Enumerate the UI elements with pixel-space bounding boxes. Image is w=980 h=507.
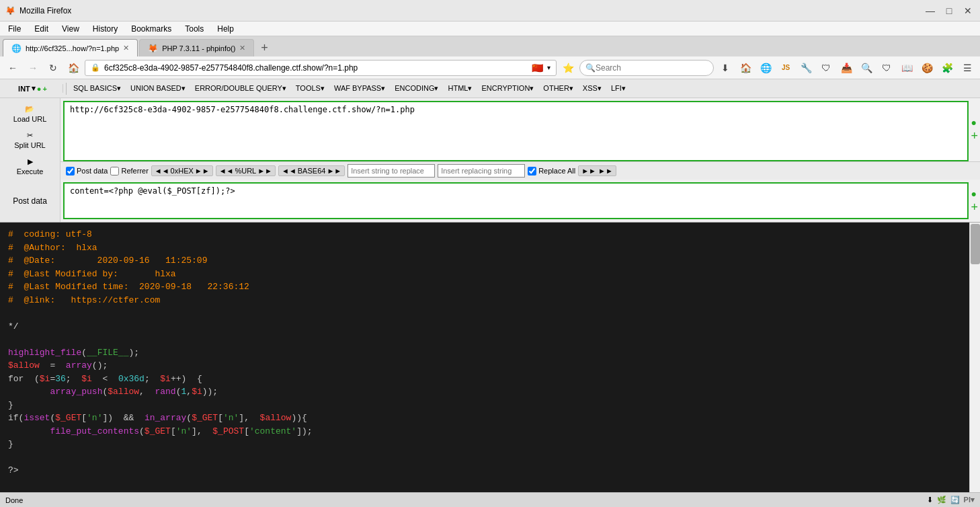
split-url-button[interactable]: ✂ Split URL bbox=[11, 127, 48, 153]
post-data-option-label: Post data bbox=[77, 167, 108, 175]
refresh-button[interactable]: ↻ bbox=[44, 59, 62, 77]
hackbar-mode-dropdown[interactable]: INT ▾ ● + bbox=[3, 84, 63, 93]
tab-bar: 🌐 http://6cf325...how/?n=1.php ✕ 🦊 PHP 7… bbox=[0, 36, 980, 56]
post-data-checkbox[interactable] bbox=[66, 167, 75, 176]
bookmark-button[interactable]: ⭐ bbox=[559, 59, 577, 77]
download-button[interactable]: ⬇ bbox=[717, 59, 734, 77]
nav-icon-6[interactable]: 🛡 bbox=[878, 59, 895, 77]
search-input[interactable] bbox=[596, 63, 708, 73]
menu-bookmarks[interactable]: Bookmarks bbox=[126, 23, 177, 35]
menu-help[interactable]: Help bbox=[212, 23, 239, 35]
url-textarea[interactable] bbox=[63, 101, 969, 161]
close-button[interactable]: ✕ bbox=[961, 4, 975, 17]
nav-icon-1[interactable]: 🏠 bbox=[737, 59, 754, 77]
search-icon: 🔍 bbox=[585, 63, 596, 73]
extensions-button[interactable]: 🧩 bbox=[938, 59, 956, 77]
post-green-dot[interactable]: ● bbox=[971, 189, 978, 198]
url-green-dot[interactable]: ● bbox=[971, 118, 978, 127]
menu-edit[interactable]: Edit bbox=[29, 23, 54, 35]
menu-history[interactable]: History bbox=[87, 23, 123, 35]
minimize-button[interactable]: — bbox=[924, 4, 937, 17]
tb-other[interactable]: OTHER▾ bbox=[539, 83, 577, 94]
hex-right-arrow: ►► bbox=[195, 167, 210, 175]
post-data-textarea[interactable] bbox=[63, 182, 969, 219]
dropdown-arrow[interactable]: ▾ bbox=[547, 64, 550, 71]
replace-right-arrows: ►► ►► bbox=[581, 167, 613, 175]
hackbar-post-left: Post data bbox=[0, 180, 60, 222]
maximize-button[interactable]: □ bbox=[942, 4, 956, 17]
home-button[interactable]: 🏠 bbox=[65, 59, 82, 77]
code-line bbox=[8, 307, 961, 320]
tb-xss[interactable]: XSS▾ bbox=[579, 83, 606, 94]
tab-2[interactable]: 🦊 PHP 7.3.11 - phpinfo() ✕ bbox=[139, 39, 254, 56]
referrer-checkbox[interactable] bbox=[110, 167, 119, 176]
code-display: # coding: utf-8# @Author: hlxa# @Date: 2… bbox=[0, 223, 969, 492]
insert-string-to-replace[interactable] bbox=[348, 164, 435, 178]
tab-2-favicon: 🦊 bbox=[148, 44, 158, 53]
replace-arrow-btn[interactable]: ►► ►► bbox=[578, 165, 616, 176]
post-data-checkbox-label[interactable]: Post data bbox=[66, 167, 108, 176]
referrer-option-label: Referrer bbox=[121, 167, 148, 175]
replace-all-label[interactable]: Replace All bbox=[528, 167, 575, 176]
code-line: } bbox=[8, 438, 961, 451]
scrollbar[interactable] bbox=[969, 223, 980, 492]
tab-1-close[interactable]: ✕ bbox=[123, 44, 129, 52]
load-url-button[interactable]: 📂 Load URL bbox=[11, 101, 50, 127]
split-url-label: Split URL bbox=[14, 141, 45, 149]
tab-2-label: PHP 7.3.11 - phpinfo() bbox=[162, 44, 235, 52]
tb-sql-basics[interactable]: SQL BASICS▾ bbox=[69, 83, 125, 94]
status-left: Done bbox=[5, 496, 23, 504]
tb-lfi[interactable]: LFI▾ bbox=[607, 83, 630, 94]
hackbar-dropdown-arrow: ▾ bbox=[32, 84, 36, 93]
tab-1[interactable]: 🌐 http://6cf325...how/?n=1.php ✕ bbox=[3, 39, 138, 56]
search-bar[interactable]: 🔍 bbox=[579, 60, 714, 76]
tb-waf-bypass[interactable]: WAF BYPASS▾ bbox=[330, 83, 389, 94]
url-side-buttons: ● + bbox=[969, 98, 980, 161]
nav-icon-8[interactable]: 🍪 bbox=[918, 59, 936, 77]
new-tab-button[interactable]: + bbox=[255, 39, 273, 56]
nav-icon-2[interactable]: 🌐 bbox=[757, 59, 774, 77]
code-line: if(isset($_GET['n']) && in_array($_GET['… bbox=[8, 412, 961, 425]
url-green-plus[interactable]: + bbox=[971, 130, 978, 142]
tb-encoding[interactable]: ENCODING▾ bbox=[391, 83, 442, 94]
post-data-label: Post data bbox=[13, 196, 47, 206]
hackbar-mode-label: INT bbox=[18, 85, 30, 93]
forward-button[interactable]: → bbox=[24, 59, 42, 77]
hackbar-url-left: 📂 Load URL ✂ Split URL ▶ Execute bbox=[0, 98, 60, 180]
tb-html[interactable]: HTML▾ bbox=[444, 83, 476, 94]
nav-icon-3[interactable]: 🔧 bbox=[797, 59, 815, 77]
address-input[interactable] bbox=[104, 63, 528, 73]
post-green-plus[interactable]: + bbox=[971, 201, 978, 213]
nav-icon-4[interactable]: 🛡 bbox=[817, 59, 835, 77]
tab-2-close[interactable]: ✕ bbox=[239, 44, 245, 52]
url-encode-btn[interactable]: ◄◄ %URL ►► bbox=[216, 165, 276, 176]
back-button[interactable]: ← bbox=[4, 59, 22, 77]
js-button[interactable]: JS bbox=[777, 59, 794, 77]
execute-icon: ▶ bbox=[28, 157, 33, 166]
replace-all-checkbox[interactable] bbox=[528, 167, 536, 176]
scrollbar-thumb[interactable] bbox=[971, 224, 980, 264]
hex-encode-btn[interactable]: ◄◄ 0xHEX ►► bbox=[151, 165, 213, 176]
base64-left-arrow: ◄◄ bbox=[282, 167, 296, 175]
tb-encryption[interactable]: ENCRYPTION▾ bbox=[477, 83, 538, 94]
nav-icon-7[interactable]: 📖 bbox=[898, 59, 915, 77]
tb-error-double[interactable]: ERROR/DOUBLE QUERY▾ bbox=[191, 83, 290, 94]
referrer-checkbox-label[interactable]: Referrer bbox=[110, 167, 148, 176]
execute-button[interactable]: ▶ Execute bbox=[14, 153, 46, 180]
menu-view[interactable]: View bbox=[56, 23, 85, 35]
base64-encode-btn[interactable]: ◄◄ BASE64 ►► bbox=[278, 165, 345, 176]
status-bar: Done ⬇ 🌿 🔄 PI▾ bbox=[0, 492, 980, 507]
tb-union-based[interactable]: UNION BASED▾ bbox=[126, 83, 190, 94]
base64-right-arrow: ►► bbox=[327, 167, 341, 175]
address-bar[interactable]: 🔒 🇨🇳 ▾ bbox=[85, 60, 557, 76]
menu-file[interactable]: File bbox=[3, 23, 26, 35]
insert-replacing-string[interactable] bbox=[438, 164, 525, 178]
nav-icon-5[interactable]: 📥 bbox=[838, 59, 855, 77]
title-bar: 🦊 Mozilla Firefox — □ ✕ bbox=[0, 0, 980, 22]
tb-tools[interactable]: TOOLS▾ bbox=[292, 83, 329, 94]
zoom-button[interactable]: 🔍 bbox=[858, 59, 875, 77]
menu-tools[interactable]: Tools bbox=[179, 23, 209, 35]
browser-window: 🦊 Mozilla Firefox — □ ✕ File Edit View H… bbox=[0, 0, 980, 507]
post-side-buttons: ● + bbox=[969, 180, 980, 222]
menu-button[interactable]: ☰ bbox=[958, 59, 976, 77]
